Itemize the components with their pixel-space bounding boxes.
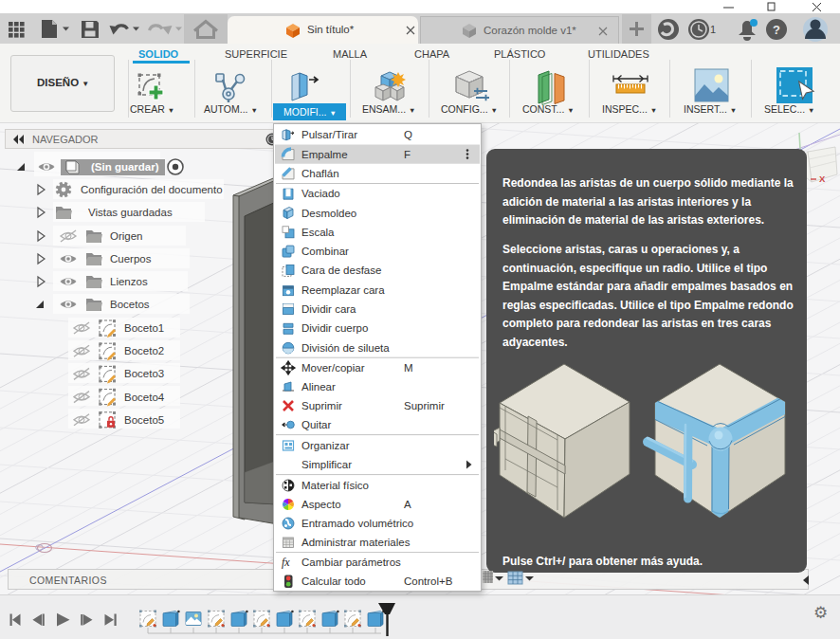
- svg-text:Combinar: Combinar: [301, 246, 349, 257]
- svg-text:X: X: [819, 173, 826, 184]
- svg-text:Empalme: Empalme: [301, 149, 348, 160]
- svg-text:Calcular todo: Calcular todo: [301, 575, 366, 587]
- svg-text:(Sin guardar): (Sin guardar): [91, 161, 159, 173]
- svg-text:Alinear: Alinear: [301, 381, 336, 393]
- svg-text:Boceto2: Boceto2: [124, 345, 164, 356]
- svg-text:Boceto3: Boceto3: [124, 368, 164, 379]
- svg-text:Material físico: Material físico: [301, 480, 369, 491]
- svg-text:Boceto4: Boceto4: [124, 392, 165, 403]
- svg-text:A: A: [404, 499, 411, 510]
- svg-text:Control+B: Control+B: [404, 575, 453, 587]
- svg-text:Aspecto: Aspecto: [301, 499, 341, 510]
- svg-text:Boceto5: Boceto5: [124, 414, 164, 426]
- svg-text:1: 1: [710, 24, 716, 35]
- svg-text:División de silueta: División de silueta: [301, 342, 390, 354]
- svg-text:Vistas guardadas: Vistas guardadas: [88, 207, 173, 218]
- svg-text:?: ?: [773, 23, 780, 37]
- svg-text:Administrar materiales: Administrar materiales: [301, 537, 411, 548]
- svg-text:Simplificar: Simplificar: [301, 459, 352, 470]
- svg-text:Lienzos: Lienzos: [110, 276, 148, 287]
- svg-text:Configuración del documento: Configuración del documento: [81, 184, 223, 195]
- svg-text:Q: Q: [404, 129, 412, 140]
- svg-text:Desmoldeo: Desmoldeo: [301, 208, 356, 219]
- svg-text:Cara de desfase: Cara de desfase: [301, 265, 381, 276]
- svg-text:Quitar: Quitar: [301, 419, 331, 430]
- svg-text:Suprimir: Suprimir: [404, 400, 445, 411]
- svg-text:Cuerpos: Cuerpos: [110, 253, 152, 265]
- svg-text:Escala: Escala: [301, 227, 335, 238]
- svg-text:Bocetos: Bocetos: [110, 299, 150, 310]
- svg-text:Boceto1: Boceto1: [124, 322, 164, 334]
- svg-text:Organizar: Organizar: [301, 440, 350, 451]
- svg-text:Chaflán: Chaflán: [301, 168, 339, 179]
- svg-text:Vaciado: Vaciado: [301, 188, 340, 199]
- svg-text:Reemplazar cara: Reemplazar cara: [301, 284, 385, 296]
- svg-text:Cambiar parámetros: Cambiar parámetros: [301, 557, 401, 568]
- svg-text:Entramado volumétrico: Entramado volumétrico: [301, 518, 413, 529]
- svg-text:fx: fx: [282, 556, 290, 569]
- svg-text:Mover/copiar: Mover/copiar: [301, 362, 365, 374]
- svg-text:Dividir cuerpo: Dividir cuerpo: [301, 322, 368, 334]
- svg-text:Origen: Origen: [110, 230, 143, 242]
- svg-text:F: F: [404, 149, 411, 160]
- svg-text:Suprimir: Suprimir: [301, 400, 342, 411]
- svg-text:Pulsar/Tirar: Pulsar/Tirar: [301, 129, 357, 140]
- svg-text:Dividir cara: Dividir cara: [301, 303, 356, 315]
- svg-text:M: M: [404, 362, 413, 374]
